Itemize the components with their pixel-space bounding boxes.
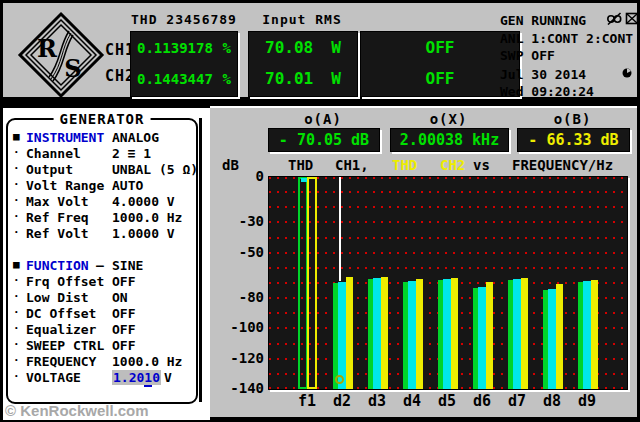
svg-text:R: R (37, 34, 58, 63)
generator-panel: GENERATOR ■INSTRUMENTANALOG·Channel2 ≡ 1… (6, 118, 198, 404)
bar-overlap (373, 278, 381, 390)
item-value: OFF (112, 322, 135, 337)
generator-item-frequency[interactable]: ·FREQUENCY1000.0 Hz (10, 354, 194, 370)
title-xaxis: FREQUENCY/Hz (512, 157, 613, 173)
bar-overlap (478, 287, 486, 390)
generator-item-low-dist[interactable]: ·Low DistON (10, 290, 194, 306)
generator-item-max-volt[interactable]: ·Max Volt4.0000 V (10, 194, 194, 210)
bar-ch2 (416, 279, 423, 389)
cursor-a-readout: - 70.05 dB (268, 128, 380, 152)
generator-item-list: ■INSTRUMENTANALOG·Channel2 ≡ 1·OutputUNB… (10, 130, 194, 386)
aux-readout: OFF OFF (360, 31, 520, 97)
thd-ch1-row: 0.1139178 % (131, 32, 237, 63)
generator-item-channel[interactable]: ·Channel2 ≡ 1 (10, 146, 194, 162)
thd-ch2-value: 0.1443447 (137, 71, 213, 87)
cursor-o-marker[interactable] (335, 375, 344, 384)
generator-status: GEN RUNNING (500, 13, 586, 28)
bar-group-d2 (333, 177, 353, 389)
bar-ch2-outline (307, 177, 317, 389)
rms-ch1-value: 70.08 (265, 38, 313, 57)
thd-ch2-row: 0.1443447 % (131, 63, 237, 94)
value-post: 0 (152, 370, 160, 385)
bar-ch2 (521, 278, 528, 389)
thd-ch2-unit: % (223, 71, 231, 87)
generator-item-voltage[interactable]: ·VOLTAGE1.2010V (10, 370, 194, 386)
analyzer-status: ANL 1:CONT 2:CONT (500, 31, 633, 46)
item-value: ON (112, 290, 128, 305)
x-tick-label: d3 (368, 392, 386, 410)
crossed-box-icon (624, 12, 640, 25)
generator-item-instrument[interactable]: ■INSTRUMENTANALOG (10, 130, 194, 146)
clock-icon (621, 67, 633, 79)
thd-ch1-value: 0.1139178 (137, 40, 213, 56)
bar-ch2 (556, 284, 563, 390)
bar-overlap (408, 281, 416, 390)
item-label: VOLTAGE (26, 370, 81, 385)
generator-item-ref-volt[interactable]: ·Ref Volt1.0000 V (10, 226, 194, 242)
item-label: Equalizer (26, 322, 96, 337)
x-tick-label: d5 (438, 392, 456, 410)
top-status-bezel: R S CH1 CH2 THD 23456789 Input RMS 0.113… (3, 3, 637, 97)
generator-menu-region: GENERATOR ■INSTRUMENTANALOG·Channel2 ≡ 1… (3, 108, 210, 420)
generator-item-frq-offset[interactable]: ·Frq OffsetOFF (10, 274, 194, 290)
cursor-x-readout: 2.00038 kHz (390, 128, 509, 152)
item-value: 1000.0 Hz (112, 354, 182, 369)
item-label: Ref Volt (26, 226, 89, 241)
generator-item-equalizer[interactable]: ·EqualizerOFF (10, 322, 194, 338)
y-tick-label: -80 (210, 289, 264, 305)
item-bullet: ■ (13, 130, 20, 143)
x-tick-label: d4 (403, 392, 421, 410)
value-cursor-digit[interactable]: 1 (144, 370, 152, 387)
item-value: OFF (112, 338, 135, 353)
chart-region: o(A) o(X) o(B) - 70.05 dB 2.00038 kHz - … (210, 106, 637, 417)
generator-item-volt-range[interactable]: ·Volt RangeAUTO (10, 178, 194, 194)
rms-ch1-row: 70.08 W (249, 32, 357, 63)
item-value: ANALOG (112, 130, 159, 145)
generator-item-sweep-ctrl[interactable]: ·SWEEP CTRLOFF (10, 338, 194, 354)
bar-group-d5 (438, 177, 458, 389)
bar-group-d6 (473, 177, 493, 389)
item-bullet: · (13, 370, 20, 383)
item-value: 1000.0 Hz (112, 210, 182, 225)
y-tick-label: -100 (210, 319, 264, 335)
item-bullet: · (13, 290, 20, 303)
x-tick-label: f1 (298, 392, 316, 410)
bar-overlap (443, 279, 451, 390)
cursor-line[interactable] (339, 177, 341, 281)
rms-ch2-unit: W (331, 69, 341, 88)
y-tick-label: -50 (210, 244, 264, 260)
item-value-edit[interactable]: 1.2010 (112, 370, 161, 385)
cursor-b-readout: - 66.33 dB (517, 128, 630, 152)
item-value: UNBAL (5 Ω) (112, 162, 198, 177)
item-bullet: · (13, 226, 20, 239)
bar-group-d8 (543, 177, 563, 389)
x-tick-label: d7 (508, 392, 526, 410)
title-thd1: THD (288, 157, 313, 173)
bar-group-d7 (508, 177, 528, 389)
item-value: AUTO (112, 178, 143, 193)
item-label: Channel (26, 146, 81, 161)
item-value: 4.0000 V (112, 194, 175, 209)
title-ch2: CH2 (440, 157, 465, 173)
generator-item-function[interactable]: ■FUNCTION–SINE (10, 258, 194, 274)
item-bullet: · (13, 194, 20, 207)
item-bullet: · (13, 322, 20, 335)
input-rms-header: Input RMS (246, 12, 358, 27)
bar-group-d9 (578, 177, 598, 389)
bar-ch2 (451, 278, 458, 390)
input-rms-readout: 70.08 W 70.01 W (248, 31, 358, 97)
generator-item-dc-offset[interactable]: ·DC OffsetOFF (10, 306, 194, 322)
thd-function-header: THD 23456789 (126, 12, 242, 27)
item-value: 1.0000 V (112, 226, 175, 241)
item-bullet: ■ (13, 258, 20, 271)
generator-item-ref-freq[interactable]: ·Ref Freq1000.0 Hz (10, 210, 194, 226)
item-label: FUNCTION (26, 258, 89, 273)
item-value: OFF (112, 274, 135, 289)
item-bullet: · (13, 210, 20, 223)
generator-item-output[interactable]: ·OutputUNBAL (5 Ω) (10, 162, 194, 178)
x-tick-label: d2 (333, 392, 351, 410)
bar-ch2 (346, 277, 353, 389)
title-thd2: THD (392, 157, 417, 173)
aux-ch1-row: OFF (361, 32, 519, 63)
bar-group-f1 (298, 177, 318, 389)
